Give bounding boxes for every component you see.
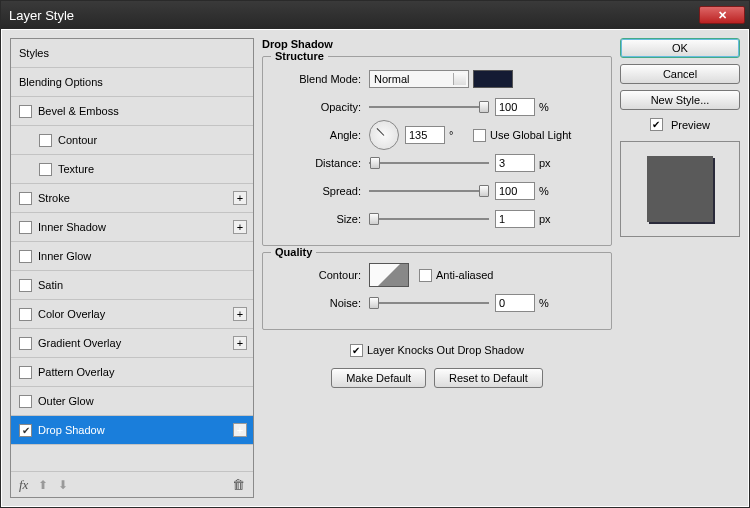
style-checkbox[interactable] <box>19 308 32 321</box>
style-item-stroke[interactable]: Stroke+ <box>11 184 253 213</box>
noise-input[interactable]: 0 <box>495 294 535 312</box>
quality-legend: Quality <box>271 246 316 258</box>
style-checkbox[interactable] <box>19 250 32 263</box>
add-effect-icon[interactable]: + <box>233 307 247 321</box>
styles-footer: fx ⬆ ⬇ 🗑 <box>11 471 253 497</box>
style-item-drop-shadow[interactable]: Drop Shadow+ <box>11 416 253 445</box>
chevron-down-icon: ▾ <box>459 74 464 84</box>
style-checkbox[interactable] <box>19 221 32 234</box>
ok-button[interactable]: OK <box>620 38 740 58</box>
angle-input[interactable]: 135 <box>405 126 445 144</box>
dialog-actions: OK Cancel New Style... Preview <box>620 38 740 498</box>
style-item-inner-glow[interactable]: Inner Glow <box>11 242 253 271</box>
noise-slider[interactable] <box>369 296 489 310</box>
style-checkbox[interactable] <box>19 395 32 408</box>
blending-label: Blending Options <box>19 76 103 88</box>
preview-checkbox[interactable] <box>650 118 663 131</box>
style-checkbox[interactable] <box>19 192 32 205</box>
opacity-label: Opacity: <box>273 101 369 113</box>
style-list: Styles Blending Options Bevel & EmbossCo… <box>11 39 253 471</box>
style-label: Stroke <box>38 192 70 204</box>
style-label: Outer Glow <box>38 395 94 407</box>
preview-box <box>620 141 740 237</box>
noise-row: Noise: 0 % <box>273 289 601 317</box>
contour-row: Contour: Anti-aliased <box>273 261 601 289</box>
style-item-satin[interactable]: Satin <box>11 271 253 300</box>
style-item-texture[interactable]: Texture <box>11 155 253 184</box>
knockout-row: Layer Knocks Out Drop Shadow <box>262 336 612 364</box>
trash-icon[interactable]: 🗑 <box>232 477 245 492</box>
dialog-body: Styles Blending Options Bevel & EmbossCo… <box>1 29 749 507</box>
add-effect-icon[interactable]: + <box>233 423 247 437</box>
opacity-slider[interactable] <box>369 100 489 114</box>
style-checkbox[interactable] <box>19 366 32 379</box>
structure-group: Structure Blend Mode: Normal ▾ Opacity: … <box>262 56 612 246</box>
up-arrow-icon[interactable]: ⬆ <box>38 478 48 492</box>
style-checkbox[interactable] <box>19 105 32 118</box>
styles-panel: Styles Blending Options Bevel & EmbossCo… <box>10 38 254 498</box>
cancel-button[interactable]: Cancel <box>620 64 740 84</box>
new-style-button[interactable]: New Style... <box>620 90 740 110</box>
style-checkbox[interactable] <box>19 424 32 437</box>
anti-aliased-checkbox[interactable] <box>419 269 432 282</box>
style-label: Contour <box>58 134 97 146</box>
style-label: Inner Glow <box>38 250 91 262</box>
style-item-outer-glow[interactable]: Outer Glow <box>11 387 253 416</box>
layer-style-dialog: Layer Style ✕ Styles Blending Options Be… <box>0 0 750 508</box>
make-default-button[interactable]: Make Default <box>331 368 426 388</box>
style-checkbox[interactable] <box>39 134 52 147</box>
size-row: Size: 1 px <box>273 205 601 233</box>
spread-row: Spread: 100 % <box>273 177 601 205</box>
style-checkbox[interactable] <box>39 163 52 176</box>
spread-slider[interactable] <box>369 184 489 198</box>
reset-default-button[interactable]: Reset to Default <box>434 368 543 388</box>
angle-row: Angle: 135 ° Use Global Light <box>273 121 601 149</box>
style-label: Gradient Overlay <box>38 337 121 349</box>
style-label: Texture <box>58 163 94 175</box>
add-effect-icon[interactable]: + <box>233 220 247 234</box>
blend-mode-row: Blend Mode: Normal ▾ <box>273 65 601 93</box>
close-button[interactable]: ✕ <box>699 6 745 24</box>
knockout-checkbox[interactable] <box>350 344 363 357</box>
structure-legend: Structure <box>271 50 328 62</box>
style-checkbox[interactable] <box>19 337 32 350</box>
style-label: Color Overlay <box>38 308 105 320</box>
style-label: Bevel & Emboss <box>38 105 119 117</box>
window-title: Layer Style <box>5 8 699 23</box>
blend-mode-label: Blend Mode: <box>273 73 369 85</box>
style-label: Drop Shadow <box>38 424 105 436</box>
style-item-inner-shadow[interactable]: Inner Shadow+ <box>11 213 253 242</box>
spread-input[interactable]: 100 <box>495 182 535 200</box>
style-label: Satin <box>38 279 63 291</box>
titlebar[interactable]: Layer Style ✕ <box>1 1 749 29</box>
size-slider[interactable] <box>369 212 489 226</box>
distance-row: Distance: 3 px <box>273 149 601 177</box>
angle-dial[interactable] <box>369 120 399 150</box>
style-checkbox[interactable] <box>19 279 32 292</box>
style-item-gradient-overlay[interactable]: Gradient Overlay+ <box>11 329 253 358</box>
blend-mode-select[interactable]: Normal ▾ <box>369 70 469 88</box>
contour-picker[interactable] <box>369 263 409 287</box>
style-label: Pattern Overlay <box>38 366 114 378</box>
style-item-contour[interactable]: Contour <box>11 126 253 155</box>
preview-swatch <box>647 156 713 222</box>
style-item-bevel-emboss[interactable]: Bevel & Emboss <box>11 97 253 126</box>
fx-icon[interactable]: fx <box>19 477 28 493</box>
add-effect-icon[interactable]: + <box>233 336 247 350</box>
style-item-color-overlay[interactable]: Color Overlay+ <box>11 300 253 329</box>
quality-group: Quality Contour: Anti-aliased Noise: 0 % <box>262 252 612 330</box>
styles-header[interactable]: Styles <box>11 39 253 68</box>
add-effect-icon[interactable]: + <box>233 191 247 205</box>
style-label: Inner Shadow <box>38 221 106 233</box>
distance-input[interactable]: 3 <box>495 154 535 172</box>
blending-options[interactable]: Blending Options <box>11 68 253 97</box>
styles-label: Styles <box>19 47 49 59</box>
angle-label: Angle: <box>273 129 369 141</box>
distance-slider[interactable] <box>369 156 489 170</box>
style-item-pattern-overlay[interactable]: Pattern Overlay <box>11 358 253 387</box>
opacity-input[interactable]: 100 <box>495 98 535 116</box>
down-arrow-icon[interactable]: ⬇ <box>58 478 68 492</box>
size-input[interactable]: 1 <box>495 210 535 228</box>
global-light-checkbox[interactable] <box>473 129 486 142</box>
shadow-color-swatch[interactable] <box>473 70 513 88</box>
